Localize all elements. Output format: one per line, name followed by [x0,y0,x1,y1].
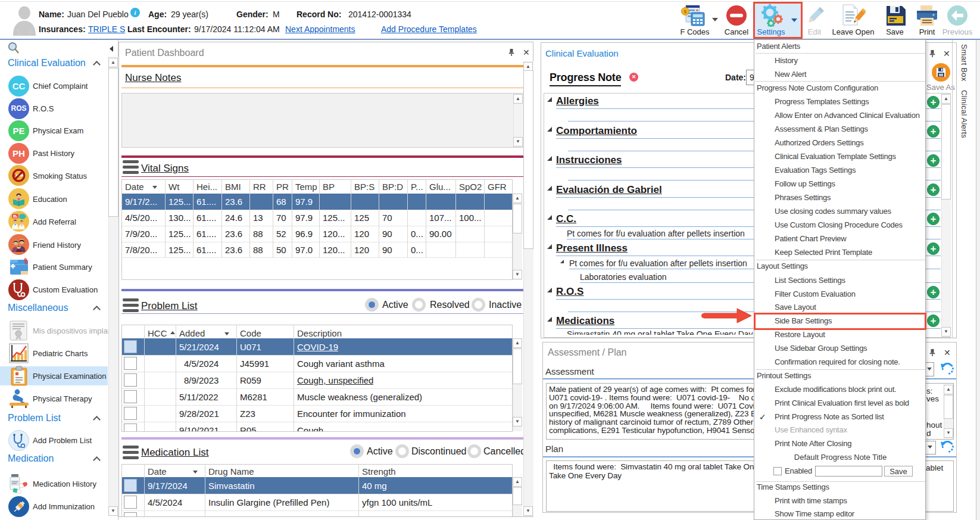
svg-text:$: $ [684,9,687,14]
